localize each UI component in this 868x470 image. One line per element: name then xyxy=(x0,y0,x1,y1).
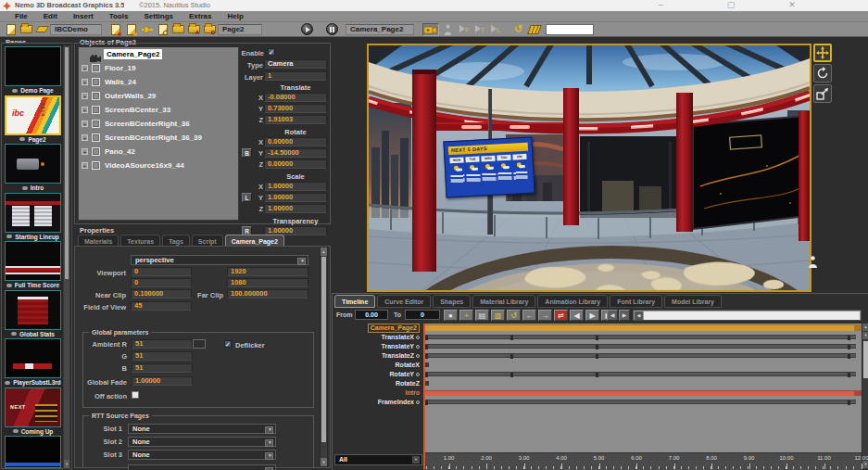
hscroll-thumb[interactable] xyxy=(644,311,860,320)
scale-y-field[interactable]: 1.00000 xyxy=(264,193,327,202)
scroll-right-icon[interactable]: ▶ xyxy=(619,310,630,321)
expander-icon[interactable]: + xyxy=(82,79,88,85)
track-label-camera_page2[interactable]: Camera_Page2 xyxy=(368,324,420,333)
pages-scrollbar[interactable]: ▼ xyxy=(63,45,70,469)
keyframe[interactable] xyxy=(425,373,428,377)
track-label-intro[interactable]: Intro xyxy=(405,388,420,398)
folder-data-icon[interactable]: D xyxy=(203,23,217,36)
keyframe-indicator-icon[interactable] xyxy=(416,373,420,376)
properties-scrollbar[interactable]: ▲ ▼ xyxy=(320,247,328,467)
object-checkbox-icon[interactable] xyxy=(92,106,100,114)
timeline-playhead[interactable] xyxy=(423,324,425,469)
object-row[interactable]: +VideoASource16x9_44 xyxy=(79,159,238,172)
viewport-width-field[interactable]: 1920 xyxy=(227,267,308,276)
far-clip-field[interactable]: 100.000000 xyxy=(227,289,308,299)
record-button[interactable]: ● xyxy=(444,310,458,321)
track-label-rotatey[interactable]: RotateY xyxy=(390,370,420,379)
translate-z-field[interactable]: 1.91003 xyxy=(264,115,327,124)
off-action-checkbox[interactable] xyxy=(132,391,139,399)
track-bar-group[interactable] xyxy=(423,324,862,331)
scroll-up-icon[interactable]: ▲ xyxy=(862,324,868,331)
track-bar[interactable] xyxy=(425,344,856,349)
open-project-icon[interactable] xyxy=(19,23,33,36)
tab-shapes[interactable]: Shapes xyxy=(433,295,471,308)
viewport-y-field[interactable]: 0 xyxy=(131,278,192,287)
orbit-tool-icon[interactable]: ↺ xyxy=(511,23,525,36)
from-field[interactable]: 0.00 xyxy=(355,310,388,320)
rotate-y-field[interactable]: -14.50000 xyxy=(264,148,327,158)
paste-keys-button[interactable]: ▥ xyxy=(491,310,505,321)
close-button[interactable]: ✕ xyxy=(786,0,799,10)
track-bar-stub[interactable] xyxy=(425,381,429,386)
viewport-3d[interactable] xyxy=(367,44,811,292)
keyframe-indicator-icon[interactable] xyxy=(416,354,420,358)
rotate-tool-button[interactable] xyxy=(813,64,832,83)
slot-dropdown[interactable]: None▼ xyxy=(128,424,276,434)
object-row[interactable]: +ScreenBCenter_33 xyxy=(79,103,238,117)
tab-curve-editor[interactable]: Curve Editor xyxy=(377,295,431,308)
move-tool-button[interactable] xyxy=(813,44,832,62)
keyframe[interactable] xyxy=(596,373,598,377)
light-free-icon[interactable]: F xyxy=(457,23,471,36)
translate-x-field[interactable]: -0.08000 xyxy=(264,93,327,102)
object-checkbox-icon[interactable] xyxy=(92,120,100,128)
object-row[interactable]: +OuterWalls_29 xyxy=(79,89,238,103)
tab-timeline[interactable]: Timeline xyxy=(334,295,375,308)
ambient-color-swatch[interactable] xyxy=(193,339,206,349)
viewport-height-field[interactable]: 1080 xyxy=(227,278,308,287)
keyframe-indicator-icon[interactable] xyxy=(416,400,420,404)
scroll-left-icon[interactable]: ◀ xyxy=(635,311,643,320)
menu-tools[interactable]: Tools xyxy=(107,12,131,20)
keyframe[interactable] xyxy=(596,336,598,340)
rotate-x-field[interactable]: 0.00000 xyxy=(264,137,327,146)
track-label-translatey[interactable]: TranslateY xyxy=(382,342,420,351)
save-icon[interactable] xyxy=(35,23,49,36)
new-page-red-icon[interactable] xyxy=(108,23,122,36)
track-label-frameindex[interactable]: FrameIndex xyxy=(378,398,420,407)
track-label-translatex[interactable]: TranslateX xyxy=(382,333,420,342)
object-row[interactable]: +Floor_19 xyxy=(79,61,238,75)
menu-insert[interactable]: Insert xyxy=(71,12,95,20)
folder-icon[interactable] xyxy=(171,23,185,36)
translate-y-field[interactable]: 0.73000 xyxy=(264,104,327,113)
scroll-down-icon[interactable]: ▼ xyxy=(862,461,868,468)
copy-keys-button[interactable]: ▤ xyxy=(475,310,489,321)
track-label-rotatez[interactable]: RotateZ xyxy=(396,379,420,388)
tab-model-library[interactable]: Model Library xyxy=(664,295,722,308)
type-field[interactable]: Camera xyxy=(264,59,327,69)
next-key-button[interactable]: → xyxy=(538,310,552,321)
track-filter-dropdown[interactable]: All▼ xyxy=(334,454,422,465)
viewport-x-field[interactable]: 0 xyxy=(131,267,192,276)
menu-settings[interactable]: Settings xyxy=(142,12,175,20)
tab-material-library[interactable]: Material Library xyxy=(472,295,535,308)
page-thumbnail[interactable]: ibc2014 xyxy=(5,95,61,135)
global-fade-field[interactable]: 1.00000 xyxy=(132,376,193,386)
to-field[interactable]: 0 xyxy=(405,310,440,320)
cut-tool-icon[interactable] xyxy=(140,23,154,36)
new-page-icon[interactable] xyxy=(4,23,18,36)
layer-field[interactable]: 1 xyxy=(264,71,327,81)
track-bar[interactable] xyxy=(425,335,856,339)
page-output-icon[interactable] xyxy=(156,23,170,36)
object-checkbox-icon[interactable] xyxy=(92,92,100,100)
character-tool-icon[interactable] xyxy=(441,23,455,36)
object-row[interactable]: Camera_Page2 xyxy=(79,47,238,61)
keyframe[interactable] xyxy=(848,354,850,359)
track-label-translatez[interactable]: TranslateZ xyxy=(382,351,420,361)
toolbar-text-input[interactable] xyxy=(546,24,594,35)
timeline-hscrollbar[interactable]: ◀ xyxy=(633,310,862,321)
expander-icon[interactable]: + xyxy=(82,148,88,155)
ambient-field[interactable]: 51 xyxy=(132,363,193,373)
object-row[interactable]: +ScreenBCenterRight_36_39 xyxy=(79,131,238,145)
light-target-icon[interactable]: T xyxy=(472,23,486,36)
keyframe[interactable] xyxy=(596,354,598,359)
folder-animation-icon[interactable]: A xyxy=(187,23,201,36)
add-keyframe-button[interactable]: + xyxy=(459,310,473,321)
bind-b-button[interactable]: B xyxy=(242,148,252,158)
rtt-slot4-dropdown-partial[interactable] xyxy=(128,464,276,470)
keyframe[interactable] xyxy=(848,400,850,405)
track-label-rotatex[interactable]: RotateX xyxy=(396,361,420,370)
track-bar[interactable] xyxy=(425,353,856,358)
keyframe[interactable] xyxy=(510,336,513,340)
expander-icon[interactable]: + xyxy=(82,107,88,113)
